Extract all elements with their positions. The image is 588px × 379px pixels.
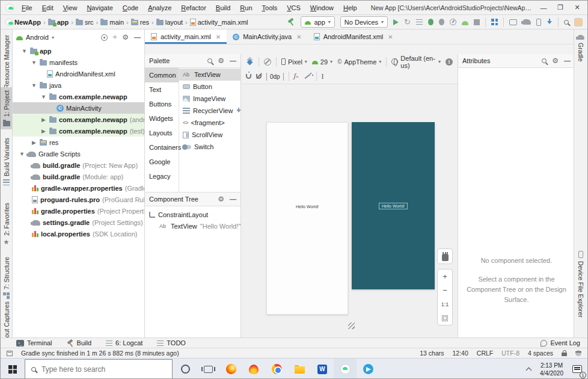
palette-item-fragment[interactable]: <> <fragment> (179, 117, 245, 129)
search-everywhere-icon[interactable] (564, 20, 569, 25)
pan-button[interactable] (437, 248, 453, 264)
clear-constraints-icon[interactable]: ʃ× (294, 73, 299, 80)
taskbar-firefox[interactable] (219, 359, 242, 379)
hide-panel-icon[interactable]: — (564, 57, 571, 64)
chevron-down-icon[interactable]: ▼ (40, 94, 47, 100)
close-tab-icon[interactable]: ✕ (388, 34, 393, 40)
tool-button-favorites[interactable]: 2: Favorites ★ (1, 203, 12, 245)
menu-item-view[interactable]: View (59, 3, 82, 13)
menu-item-tools[interactable]: Tools (258, 3, 282, 13)
tree-item-gradle-properties[interactable]: gradle.properties (Project Properties) (13, 205, 144, 217)
chevron-down-icon[interactable]: ▼ (19, 151, 25, 157)
palette-item-button[interactable]: Button (179, 81, 245, 93)
design-mode-icon[interactable] (246, 58, 254, 66)
autoconnect-icon[interactable] (246, 74, 251, 79)
chevron-right-icon[interactable]: ▶ (31, 140, 37, 146)
tree-item-androidmanifest[interactable]: AndroidManifest.xml (13, 68, 144, 79)
avd-manager-icon[interactable] (509, 19, 517, 25)
status-caret-position[interactable]: 12:40 (453, 350, 468, 357)
component-textview[interactable]: Ab TextView "Hello World!" (145, 220, 240, 232)
gear-icon[interactable]: ⚙ (122, 34, 129, 41)
device-picker[interactable]: Pixel ▾ (281, 58, 307, 66)
breadcrumb-module[interactable]: app (57, 19, 69, 26)
menu-item-file[interactable]: File (17, 3, 37, 13)
tree-item-mainactivity[interactable]: C MainActivity (13, 102, 144, 114)
apply-code-changes-icon[interactable] (416, 19, 423, 25)
render-warnings-icon[interactable]: ! (446, 58, 453, 66)
palette-item-textview[interactable]: Ab TextView (179, 69, 245, 81)
palette-item-recyclerview[interactable]: RecyclerView (179, 105, 245, 117)
menu-item-build[interactable]: Build (212, 3, 234, 13)
palette-item-imageview[interactable]: ImageView (179, 93, 245, 105)
tree-item-package-androidtest[interactable]: ▶ com.example.newapp (androidTest) (13, 114, 144, 125)
menu-item-vcs[interactable]: VCS (283, 3, 305, 13)
status-encoding[interactable]: UTF-8 (501, 350, 519, 357)
taskbar-file-explorer[interactable] (288, 359, 311, 379)
palette-category-legacy[interactable]: Legacy (145, 169, 179, 183)
blueprint-hello-text[interactable]: Hello World! (379, 203, 408, 209)
design-canvas[interactable]: Hello World! Hello World! + − 1:1 (241, 84, 458, 337)
tool-window-terminal[interactable]: ›_ Terminal (16, 339, 52, 347)
taskbar-clock[interactable]: 2:13 PM 4/4/2020 (536, 362, 567, 377)
taskbar-telegram[interactable] (357, 359, 379, 379)
locale-picker[interactable]: Default (en-us) ▾ (391, 55, 441, 69)
gear-icon[interactable]: ⚙ (218, 196, 224, 203)
breadcrumb-file[interactable]: activity_main.xml (198, 19, 248, 26)
gear-icon[interactable]: ⚙ (552, 57, 559, 64)
gradle-sync-icon[interactable] (522, 19, 531, 25)
profile-app-icon[interactable] (462, 21, 468, 25)
menu-item-window[interactable]: Window (306, 3, 338, 13)
palette-category-layouts[interactable]: Layouts (145, 126, 179, 140)
start-button[interactable] (1, 359, 25, 379)
hide-panel-icon[interactable]: — (134, 34, 141, 41)
status-message[interactable]: Gradle sync finished in 1 m 26 s 882 ms … (21, 350, 179, 357)
palette-item-scrollview[interactable]: ScrollView (179, 129, 245, 141)
search-input[interactable] (41, 365, 166, 374)
tree-item-local-properties[interactable]: local.properties (SDK Location) (13, 228, 144, 239)
tree-item-java[interactable]: ▼ java (13, 79, 144, 91)
zoom-to-fit-button[interactable] (438, 311, 452, 325)
design-hello-text[interactable]: Hello World! (267, 205, 348, 209)
tree-item-build-gradle-module[interactable]: build.gradle (Module: app) (13, 171, 144, 182)
apply-changes-restart-icon[interactable]: ↻ (404, 19, 411, 26)
autoconnect-off-icon[interactable] (256, 74, 262, 79)
tool-window-todo[interactable]: TODO (157, 339, 186, 347)
inspections-icon[interactable] (575, 350, 581, 356)
palette-category-common[interactable]: Common (145, 68, 179, 82)
taskbar-search[interactable] (25, 359, 173, 379)
zoom-reset-button[interactable]: 1:1 (438, 297, 452, 311)
taskbar-download-manager[interactable] (242, 359, 265, 379)
tool-window-logcat[interactable]: 6: Logcat (106, 339, 142, 347)
breadcrumb-project[interactable]: NewApp (14, 19, 41, 26)
breadcrumb-res[interactable]: res (140, 19, 149, 26)
tree-item-gradle-scripts[interactable]: ▼ Gradle Scripts (13, 148, 144, 159)
project-view-selector[interactable]: Android (26, 34, 49, 41)
tree-item-package-test[interactable]: ▶ com.example.newapp (test) (13, 125, 144, 137)
tool-button-structure[interactable]: 7: Structure (1, 257, 12, 299)
palette-category-google[interactable]: Google (145, 155, 179, 169)
device-manager-icon[interactable] (536, 19, 541, 26)
orientation-icon[interactable] (264, 58, 271, 66)
chevron-down-icon[interactable]: ▼ (21, 48, 28, 54)
chevron-down-icon[interactable]: ▼ (31, 82, 37, 88)
show-hidden-icons-button[interactable] (521, 359, 536, 379)
maximize-button[interactable]: ❐ (553, 2, 568, 13)
close-tab-icon[interactable]: ✕ (296, 34, 301, 40)
status-indent[interactable]: 4 spaces (528, 350, 553, 357)
theme-picker[interactable]: © AppTheme ▾ (337, 58, 381, 66)
design-view-phone[interactable]: Hello World! (266, 122, 348, 315)
breadcrumb-src[interactable]: src (85, 19, 94, 26)
taskbar-chrome[interactable] (265, 359, 288, 379)
build-hammer-icon[interactable] (287, 18, 295, 26)
zoom-out-button[interactable]: − (438, 283, 452, 297)
gear-icon[interactable]: ⚙ (218, 57, 224, 64)
chevron-down-icon[interactable]: ▾ (52, 35, 54, 40)
tree-item-build-gradle-project[interactable]: build.gradle (Project: New App) (13, 159, 144, 171)
status-line-ending[interactable]: CRLF (477, 350, 493, 357)
palette-item-switch[interactable]: Switch (179, 141, 245, 153)
tree-item-app[interactable]: ▼ app (13, 45, 144, 57)
user-avatar[interactable] (574, 18, 583, 26)
tree-item-settings-gradle[interactable]: settings.gradle (Project Settings) (13, 217, 144, 228)
chevron-right-icon[interactable]: ▶ (40, 117, 47, 123)
tab-androidmanifest-xml[interactable]: AndroidManifest.xml ✕ (308, 29, 399, 44)
